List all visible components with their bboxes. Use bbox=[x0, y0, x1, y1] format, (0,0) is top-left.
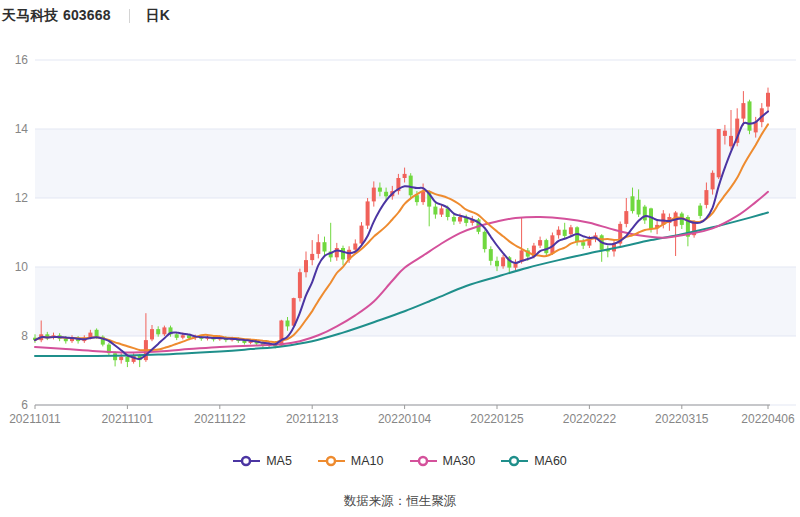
chart-legend: MA5MA10MA30MA60 bbox=[0, 454, 800, 468]
legend-item-ma10[interactable]: MA10 bbox=[318, 454, 384, 468]
y-axis-labels: 6810121416 bbox=[15, 53, 29, 412]
svg-text:20211122: 20211122 bbox=[194, 412, 246, 426]
svg-text:20220406: 20220406 bbox=[741, 412, 795, 426]
data-source-label: 数据来源：恒生聚源 bbox=[0, 493, 800, 510]
svg-text:12: 12 bbox=[15, 191, 29, 205]
ma30-legend-icon bbox=[410, 455, 437, 467]
kline-chart[interactable]: 6810121416202110112021110120211122202112… bbox=[0, 0, 800, 440]
svg-text:20220315: 20220315 bbox=[655, 412, 709, 426]
ma5-legend-icon bbox=[233, 455, 260, 467]
svg-text:14: 14 bbox=[15, 122, 29, 136]
svg-text:20211101: 20211101 bbox=[102, 412, 154, 426]
svg-text:20220222: 20220222 bbox=[563, 412, 617, 426]
legend-item-ma5[interactable]: MA5 bbox=[233, 454, 292, 468]
svg-text:8: 8 bbox=[21, 329, 28, 343]
ma10-legend-icon bbox=[318, 455, 345, 467]
legend-item-ma60[interactable]: MA60 bbox=[501, 454, 567, 468]
svg-text:6: 6 bbox=[21, 398, 28, 412]
legend-label: MA60 bbox=[534, 454, 567, 468]
svg-text:10: 10 bbox=[15, 260, 29, 274]
svg-text:16: 16 bbox=[15, 53, 29, 67]
ma60-legend-icon bbox=[501, 455, 528, 467]
svg-text:20211011: 20211011 bbox=[9, 412, 61, 426]
stock-chart-app: 天马科技 603668 日K 6810121416202110112021110… bbox=[0, 0, 800, 517]
svg-text:20220104: 20220104 bbox=[378, 412, 432, 426]
svg-text:20220125: 20220125 bbox=[470, 412, 524, 426]
legend-label: MA5 bbox=[266, 454, 292, 468]
legend-item-ma30[interactable]: MA30 bbox=[410, 454, 476, 468]
x-axis-labels: 2021101120211101202111222021121320220104… bbox=[9, 412, 795, 426]
x-axis bbox=[35, 405, 770, 409]
legend-label: MA30 bbox=[443, 454, 476, 468]
price-bands bbox=[35, 129, 796, 336]
legend-label: MA10 bbox=[351, 454, 384, 468]
svg-text:20211213: 20211213 bbox=[286, 412, 339, 426]
